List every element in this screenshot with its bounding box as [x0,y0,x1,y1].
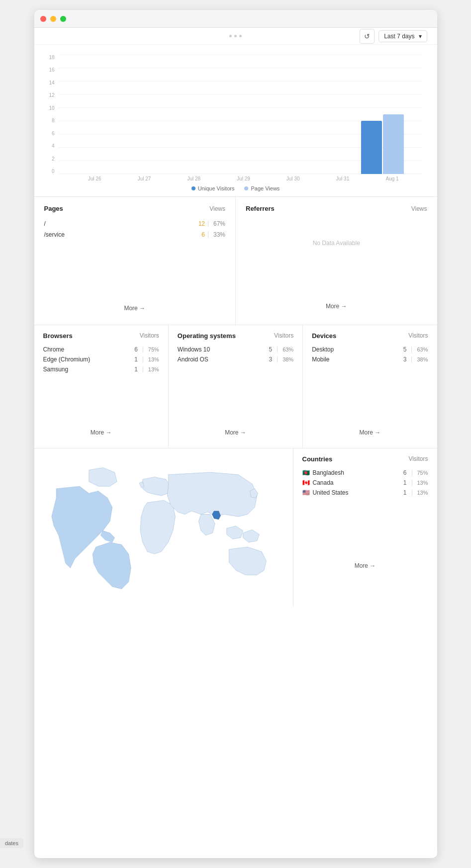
nav-dots [229,35,242,37]
country-name-1: Bangladesh [313,469,403,476]
browser-stats-3: 1 13% [134,366,159,373]
countries-more-link[interactable]: More → [302,557,428,574]
page-row-1: / 12 67% [44,218,226,229]
flag-us: 🇺🇸 [302,489,310,496]
browser-count-3: 1 [134,366,138,373]
y-label-14: 14 [49,80,55,86]
country-stats-3: 1 13% [403,489,428,496]
toolbar: ↺ Last 7 days ▾ [34,28,437,45]
browsers-os-devices-section: Browsers Visitors Chrome 6 75% Edge (Chr… [34,325,437,448]
browser-name-3: Samsung [43,366,135,373]
browsers-more-link[interactable]: More → [43,424,159,441]
country-row-2: 🇨🇦 Canada 1 13% [302,478,428,488]
map-countries-section: Countries Visitors 🇧🇩 Bangladesh 6 75% [34,448,437,607]
browser-row-1: Chrome 6 75% [43,345,159,354]
x-label-jul28: Jul 28 [182,176,206,181]
x-label-aug1: Aug 1 [380,176,405,181]
dates-tab-label: dates [5,840,18,846]
browsers-title: Browsers [43,332,73,340]
devices-visitors-label: Visitors [408,332,428,340]
os-title: Operating systems [178,332,236,340]
os-header: Operating systems Visitors [178,332,293,340]
os-visitors-label: Visitors [274,332,293,340]
country-count-1: 6 [403,469,407,476]
os-stats-1: 5 63% [269,346,293,353]
browser-pct-3: 13% [145,366,159,372]
maximize-button[interactable] [60,16,66,22]
y-label-4: 4 [49,143,55,149]
os-stats-2: 3 38% [269,356,293,363]
device-count-2: 3 [403,356,407,363]
bar-unique-aug1 [361,121,382,174]
page-name-1: / [44,220,198,227]
x-label-jul27: Jul 27 [132,176,157,181]
pages-title: Pages [44,205,63,212]
os-row-2: Android OS 3 38% [178,354,293,364]
x-label-jul29: Jul 29 [231,176,256,181]
country-pct-1: 75% [414,470,428,476]
refresh-button[interactable]: ↺ [360,29,375,44]
nav-dot-3 [239,35,242,37]
page-count-2: 6 [201,231,205,238]
x-label-jul31: Jul 31 [330,176,355,181]
date-range-selector[interactable]: Last 7 days ▾ [378,30,427,42]
os-more-link[interactable]: More → [178,424,293,441]
countries-header: Countries Visitors [302,455,428,463]
os-count-2: 3 [269,356,272,363]
bar-group-aug1 [361,114,404,174]
world-map [42,456,285,596]
legend-unique-visitors: Unique Visitors [191,185,235,191]
page-stats-1: 12 67% [198,220,225,227]
device-pct-1: 63% [414,347,428,352]
page-row-2: /service 6 33% [44,229,226,240]
browser-count-2: 1 [134,356,138,363]
close-button[interactable] [40,16,46,22]
country-count-2: 1 [403,479,407,486]
map-panel [34,448,293,607]
pages-more-label: More → [124,305,145,312]
main-window: ↺ Last 7 days ▾ 18 16 14 12 10 8 6 4 [34,10,437,858]
device-count-1: 5 [403,346,407,353]
page-stats-2: 6 33% [201,231,225,238]
y-label-0: 0 [49,169,55,174]
country-count-3: 1 [403,489,407,496]
nav-dot-1 [229,35,232,37]
y-label-16: 16 [49,67,55,73]
devices-more-link[interactable]: More → [312,424,428,441]
legend-dot-views [244,186,248,190]
minimize-button[interactable] [50,16,56,22]
os-row-1: Windows 10 5 63% [178,345,293,354]
chart-legend: Unique Visitors Page Views [49,185,422,191]
countries-more-label: More → [355,562,376,569]
country-pct-3: 13% [414,490,428,496]
browser-pct-1: 75% [145,347,159,352]
nav-dot-2 [234,35,237,37]
devices-more-label: More → [359,429,380,436]
referrers-more-link[interactable]: More → [246,298,427,315]
page-name-2: /service [44,231,202,238]
countries-panel: Countries Visitors 🇧🇩 Bangladesh 6 75% [293,448,437,607]
bars-area [59,55,422,174]
browser-stats-2: 1 13% [134,356,159,363]
titlebar [34,10,437,28]
country-row-1: 🇧🇩 Bangladesh 6 75% [302,468,428,478]
legend-label-views: Page Views [251,185,280,191]
os-panel: Operating systems Visitors Windows 10 5 … [169,325,303,448]
os-more-label: More → [225,429,246,436]
referrers-more-label: More → [326,303,347,310]
dates-tab[interactable]: dates [0,838,23,848]
pages-more-link[interactable]: More → [44,300,226,317]
pages-panel-header: Pages Views [44,205,226,212]
devices-header: Devices Visitors [312,332,428,340]
os-pct-2: 38% [280,356,293,362]
pages-referrers-section: Pages Views / 12 67% /service 6 [34,196,437,325]
browser-count-1: 6 [134,346,138,353]
legend-page-views: Page Views [244,185,280,191]
country-name-3: United States [313,489,403,496]
chevron-down-icon: ▾ [419,33,422,40]
country-stats-1: 6 75% [403,469,428,476]
divider-2 [208,232,208,238]
y-label-12: 12 [49,92,55,98]
device-row-2: Mobile 3 38% [312,354,428,364]
y-label-8: 8 [49,118,55,123]
